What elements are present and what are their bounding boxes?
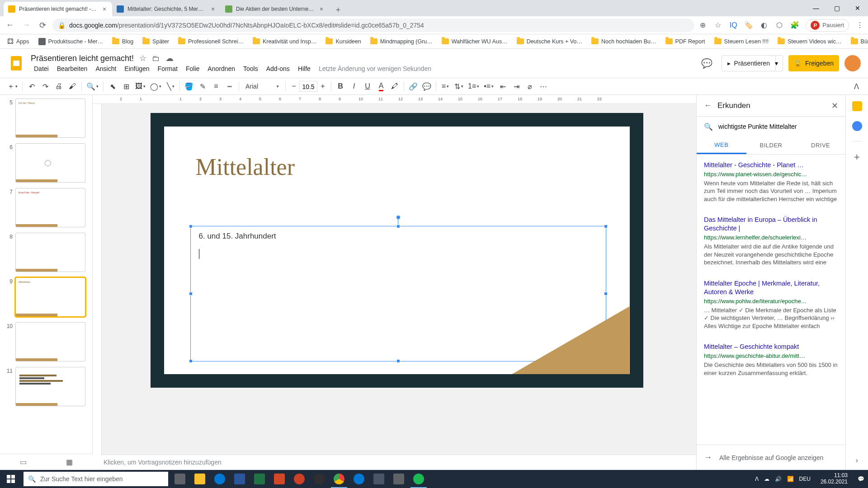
edge-button[interactable] (210, 470, 230, 488)
comment-button[interactable]: 💬 (420, 80, 433, 93)
resize-handle[interactable] (396, 359, 400, 363)
close-window-button[interactable]: ✕ (847, 0, 868, 16)
extension-icon[interactable]: ◐ (760, 21, 769, 30)
add-addon-button[interactable]: + (854, 151, 860, 163)
close-icon[interactable]: ✕ (831, 101, 838, 111)
spotify-button[interactable] (409, 470, 429, 488)
excel-button[interactable] (250, 470, 269, 488)
minimize-button[interactable]: — (806, 0, 826, 16)
menu-item[interactable]: Bearbeiten (54, 64, 91, 73)
slide-thumbnail[interactable]: Ich bin Theun (15, 99, 85, 138)
slide-thumbnails[interactable]: 5Ich bin Theun67Erste Folie - Beispiel89… (0, 95, 93, 470)
menu-item[interactable]: Folie (183, 64, 203, 73)
last-edit-label[interactable]: Letzte Änderung vor wenigen Sekunden (316, 64, 434, 73)
select-tool[interactable]: ⬉ (106, 80, 119, 93)
present-dropdown[interactable]: ▾ (770, 55, 783, 71)
speaker-notes[interactable]: Klicken, um Vortragsnotizen hinzuzufügen (93, 455, 696, 470)
transition-icon[interactable] (5, 121, 12, 127)
line-tool[interactable]: ╲▾ (164, 80, 177, 93)
tab-web[interactable]: WEB (697, 136, 746, 154)
bold-button[interactable]: B (334, 80, 347, 93)
reload-button[interactable]: ⟳ (36, 19, 49, 32)
slides-logo[interactable] (7, 54, 25, 72)
paint-format-button[interactable]: 🖌 (66, 80, 79, 93)
border-color-button[interactable]: ✎ (196, 80, 209, 93)
back-button[interactable]: ← (4, 19, 16, 32)
tasks-icon[interactable] (852, 121, 862, 131)
indent-increase-button[interactable]: ⇥ (510, 80, 523, 93)
result-title[interactable]: Mittelalter – Geschichte kompakt (704, 343, 838, 351)
cloud-icon[interactable]: ☁ (764, 476, 769, 482)
close-icon[interactable]: × (101, 6, 108, 12)
app-button[interactable] (369, 470, 389, 488)
extensions-button[interactable]: 🧩 (790, 21, 799, 30)
collapse-toolbar-button[interactable]: ᐱ (850, 80, 863, 93)
search-result[interactable]: Mittelalter Epoche | Merkmale, Literatur… (704, 273, 838, 336)
search-result[interactable]: Mittelalter – Geschichte kompakthttps://… (704, 336, 838, 383)
menu-item[interactable]: Anordnen (204, 64, 238, 73)
resize-handle[interactable] (189, 359, 193, 363)
extension-icon[interactable]: IQ (729, 21, 738, 30)
keep-icon[interactable] (852, 101, 862, 111)
transition-icon[interactable] (5, 166, 12, 172)
bookmark-item[interactable]: PDF Report (662, 37, 709, 47)
bookmark-item[interactable]: Steuern Videos wic… (774, 37, 845, 47)
redo-button[interactable]: ↷ (39, 80, 52, 93)
thumbnail-row[interactable]: 5Ich bin Theun (2, 99, 90, 138)
line-spacing-button[interactable]: ⇅▾ (453, 80, 465, 93)
resize-handle[interactable] (396, 225, 400, 228)
menu-item[interactable]: Hilfe (295, 64, 314, 73)
menu-button[interactable]: ⋮ (855, 21, 864, 30)
highlight-button[interactable]: 🖍 (388, 80, 401, 93)
thumbnail-row[interactable]: 6 (2, 143, 90, 183)
obs-button[interactable] (309, 470, 329, 488)
textbox-tool[interactable]: ⊞ (120, 80, 132, 93)
bullet-list-button[interactable]: •≡▾ (482, 80, 495, 93)
filmstrip-view-button[interactable]: ▭ (0, 454, 47, 470)
thumbnail-row[interactable]: 11 (2, 367, 90, 406)
slide-thumbnail[interactable] (15, 143, 85, 183)
underline-button[interactable]: U (361, 80, 374, 93)
transition-icon[interactable] (5, 345, 12, 351)
border-weight-button[interactable]: ≡ (210, 80, 222, 93)
slide-canvas[interactable]: Mittelalter 6. und 15. Jahrhundert (151, 113, 643, 388)
menu-item[interactable]: Datei (31, 64, 52, 73)
fontsize-decrease[interactable]: − (288, 81, 299, 92)
search-result[interactable]: Mittelalter - Geschichte - Planet …https… (704, 155, 838, 209)
bookmark-item[interactable]: Deutsche Kurs + Vo… (513, 37, 586, 47)
doc-title[interactable]: Präsentieren leicht gemacht! (31, 54, 134, 63)
volume-icon[interactable]: 🔊 (775, 476, 782, 482)
menu-item[interactable]: Einfügen (121, 64, 152, 73)
resize-handle[interactable] (189, 292, 193, 296)
explore-results[interactable]: Mittelalter - Geschichte - Planet …https… (697, 155, 845, 445)
bookmark-item[interactable]: Professionell Schrei… (175, 37, 247, 47)
extension-icon[interactable]: ⬡ (775, 21, 784, 30)
bookmark-item[interactable]: Noch hochladen Bu… (588, 37, 660, 47)
slide-thumbnail[interactable]: Erste Folie - Beispiel (15, 188, 85, 227)
result-title[interactable]: Mittelalter Epoche | Merkmale, Literatur… (704, 279, 838, 296)
font-select[interactable]: Arial▾ (242, 80, 283, 93)
url-input[interactable]: 🔒 docs.google.com/presentation/d/1yV372S… (52, 19, 694, 32)
thumbnail-row[interactable]: 8 (2, 233, 90, 272)
present-button[interactable]: ▸ Präsentieren (722, 55, 776, 71)
bookmark-item[interactable]: Wahlfächer WU Aus… (438, 37, 511, 47)
indent-decrease-button[interactable]: ⇤ (496, 80, 509, 93)
notifications-icon[interactable]: 💬 (858, 476, 864, 482)
numbered-list-button[interactable]: 1≡▾ (466, 80, 481, 93)
print-button[interactable]: 🖨 (52, 80, 65, 93)
slide-thumbnail[interactable]: Mittelalter (15, 277, 85, 317)
chrome-button[interactable] (329, 470, 349, 488)
resize-handle[interactable] (189, 225, 193, 228)
slide-title[interactable]: Mittelalter (196, 154, 295, 180)
link-button[interactable]: 🔗 (407, 80, 420, 93)
zoom-icon[interactable]: ⊕ (698, 21, 707, 30)
rotate-handle[interactable] (396, 216, 400, 219)
close-icon[interactable]: × (318, 6, 325, 12)
selected-textbox[interactable]: 6. und 15. Jahrhundert (190, 226, 606, 361)
image-tool[interactable]: 🖼▾ (133, 80, 147, 93)
zoom-button[interactable]: 🔍▾ (85, 80, 100, 93)
bookmark-item[interactable]: Später (139, 37, 173, 47)
resize-handle[interactable] (604, 225, 608, 228)
result-title[interactable]: Das Mittelalter in Europa – Überblick in… (704, 216, 838, 233)
explore-footer[interactable]: → Alle Ergebnisse auf Google anzeigen (697, 445, 845, 470)
